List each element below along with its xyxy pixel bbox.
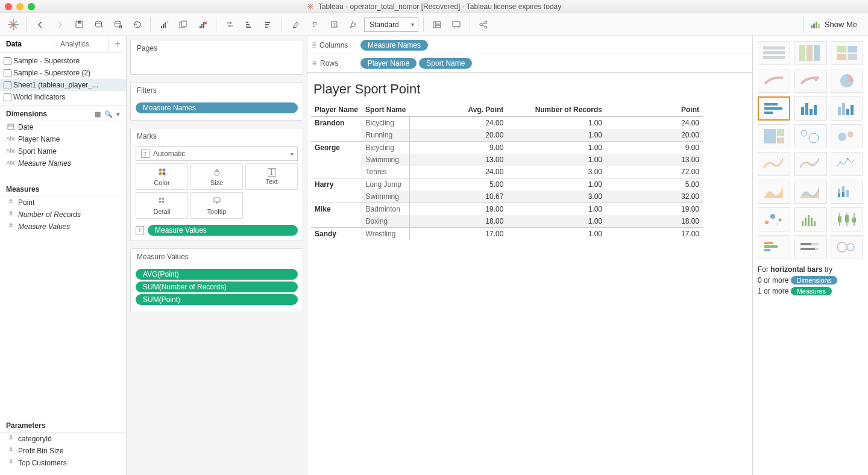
field-measure-names[interactable]: AbcMeasure Names — [0, 157, 126, 169]
showme-chart-type[interactable]: + — [758, 207, 790, 231]
showme-chart-type[interactable] — [758, 235, 790, 259]
filter-pill-measure-names[interactable]: Measure Names — [136, 102, 298, 113]
shelf-pill[interactable]: Player Name — [360, 58, 417, 69]
field-point[interactable]: #Point — [0, 197, 126, 209]
showme-chart-type[interactable] — [794, 152, 826, 176]
mv-pill[interactable]: SUM(Point) — [136, 294, 298, 305]
presentation-button[interactable] — [448, 16, 465, 33]
rows-shelf[interactable]: ≡Rows Player NameSport Name — [307, 54, 752, 72]
marks-text-button[interactable]: TText — [245, 163, 298, 190]
field-number-of-records[interactable]: #Number of Records — [0, 209, 126, 221]
datasource-item[interactable]: Sample - Superstore (2) — [0, 67, 126, 79]
forward-button[interactable] — [51, 16, 68, 33]
showme-chart-type[interactable] — [794, 235, 826, 259]
text-pill-measure-values[interactable]: Measure Values — [148, 225, 298, 236]
filters-card[interactable]: Filters Measure Names — [130, 82, 303, 121]
field-measure-values[interactable]: #Measure Values — [0, 221, 126, 233]
showme-chart-type[interactable] — [831, 180, 863, 204]
table-row[interactable]: HarryLong Jump5.001.005.00 — [311, 178, 703, 191]
sort-desc-button[interactable] — [260, 16, 277, 33]
new-datasource-button[interactable]: + — [90, 16, 107, 33]
field-top-customers[interactable]: #Top Customers — [0, 457, 126, 469]
pin-button[interactable] — [345, 16, 362, 33]
table-row[interactable]: Tennis24.003.0072.00 — [311, 166, 703, 178]
back-button[interactable] — [32, 16, 49, 33]
header-player[interactable]: Player Name — [311, 103, 362, 117]
showme-chart-type[interactable] — [794, 180, 826, 204]
header-sport[interactable]: Sport Name — [362, 103, 409, 117]
header-point[interactable]: Point — [606, 103, 703, 117]
shelf-pill[interactable]: Measure Names — [360, 40, 428, 51]
mv-pill[interactable]: AVG(Point) — [136, 269, 298, 280]
marks-tooltip-button[interactable]: Tooltip — [190, 192, 243, 219]
showme-chart-type[interactable] — [758, 96, 790, 121]
showme-chart-type[interactable] — [831, 152, 863, 176]
highlight-button[interactable] — [287, 16, 304, 33]
tab-analytics[interactable]: Analytics — [54, 36, 108, 52]
header-nrec[interactable]: Number of Records — [507, 103, 606, 117]
field-date[interactable]: Date — [0, 121, 126, 133]
sort-asc-button[interactable] — [241, 16, 257, 33]
tab-data[interactable]: Data — [0, 36, 54, 52]
duplicate-sheet-button[interactable] — [175, 16, 192, 33]
table-row[interactable]: SandyWrestling17.001.0017.00 — [311, 228, 703, 241]
datasource-item[interactable]: World Indicators — [0, 91, 126, 103]
showme-chart-type[interactable] — [758, 41, 790, 65]
showme-chart-type[interactable] — [831, 69, 863, 93]
mark-type-dropdown[interactable]: Automatic — [136, 146, 298, 161]
showme-chart-type[interactable] — [758, 152, 790, 176]
table-row[interactable]: Running20.001.0020.00 — [311, 129, 703, 142]
collapse-panel-icon[interactable]: ≑ — [108, 36, 126, 52]
pause-updates-button[interactable] — [109, 16, 126, 33]
showme-chart-type[interactable] — [758, 180, 790, 204]
new-worksheet-button[interactable]: + — [156, 16, 172, 33]
window-zoom-button[interactable] — [28, 3, 35, 10]
attach-button[interactable] — [306, 16, 323, 33]
swap-button[interactable] — [221, 16, 238, 33]
header-avg-point[interactable]: Avg. Point — [409, 103, 507, 117]
table-row[interactable]: MikeBadminton19.001.0019.00 — [311, 203, 703, 216]
showme-chart-type[interactable] — [794, 41, 826, 65]
datasource-item[interactable]: Sheet1 (tableau_player_... — [0, 79, 126, 91]
table-row[interactable]: Swimming10.673.0032.00 — [311, 190, 703, 203]
showme-chart-type[interactable] — [831, 41, 863, 65]
showme-button[interactable]: Show Me — [804, 16, 863, 33]
field-categoryid[interactable]: #categoryId — [0, 433, 126, 445]
showme-chart-type[interactable] — [831, 124, 863, 148]
showme-chart-type[interactable] — [794, 69, 826, 93]
mv-pill[interactable]: SUM(Number of Records) — [136, 282, 298, 292]
field-profit-bin-size[interactable]: #Profit Bin Size — [0, 445, 126, 457]
window-close-button[interactable] — [5, 3, 12, 10]
showme-chart-type[interactable] — [794, 124, 826, 148]
refresh-button[interactable] — [128, 16, 145, 33]
show-cards-button[interactable] — [429, 16, 445, 33]
showme-chart-type[interactable] — [758, 69, 790, 93]
field-player-name[interactable]: AbcPlayer Name — [0, 133, 126, 145]
showme-chart-type[interactable] — [831, 235, 863, 259]
save-button[interactable] — [71, 16, 87, 33]
viz-title[interactable]: Player Sport Point — [307, 73, 752, 103]
search-icon[interactable]: 🔍 — [104, 110, 113, 118]
showme-chart-type[interactable] — [831, 96, 863, 121]
window-minimize-button[interactable] — [16, 3, 24, 10]
shelf-pill[interactable]: Sport Name — [419, 58, 472, 69]
showme-chart-type[interactable] — [758, 124, 790, 148]
table-row[interactable]: GeorgeBicycling9.001.009.00 — [311, 142, 703, 154]
table-row[interactable]: Swimming13.001.0013.00 — [311, 154, 703, 166]
fit-dropdown[interactable]: Standard — [364, 17, 418, 32]
tableau-logo-icon[interactable] — [5, 16, 22, 33]
table-row[interactable]: BrandonBicycling24.001.0024.00 — [311, 117, 703, 130]
showme-chart-type[interactable] — [794, 96, 826, 121]
marks-detail-button[interactable]: Detail — [136, 192, 188, 219]
marks-color-button[interactable]: Color — [136, 163, 188, 190]
dropdown-icon[interactable]: ▾ — [116, 110, 120, 118]
labels-button[interactable]: T — [326, 16, 342, 33]
showme-chart-type[interactable] — [794, 207, 826, 231]
table-row[interactable]: Boxing18.001.0018.00 — [311, 215, 703, 228]
columns-shelf[interactable]: ⦙⦙⦙Columns Measure Names — [307, 36, 752, 54]
datasource-item[interactable]: Sample - Superstore — [0, 55, 126, 67]
showme-chart-type[interactable] — [831, 207, 863, 231]
clear-sheet-button[interactable] — [194, 16, 211, 33]
view-as-icon[interactable]: ▦ — [95, 110, 101, 118]
pages-card[interactable]: Pages — [130, 40, 303, 75]
